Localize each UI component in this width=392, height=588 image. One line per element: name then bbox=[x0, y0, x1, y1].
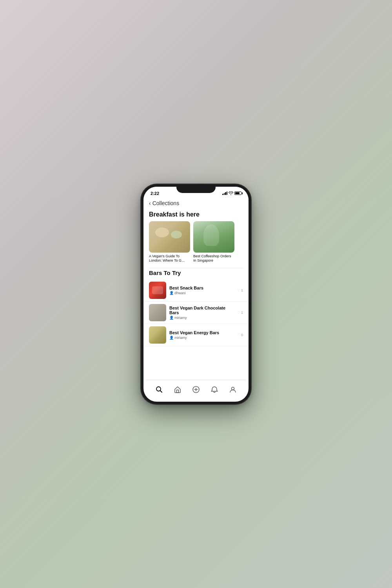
choc-bars-info: Best Vegan Dark Chocolate Bars 👤 miriamy bbox=[169, 306, 234, 320]
energy-bar-image bbox=[149, 326, 166, 344]
app-content[interactable]: ‹ Collections Breakfast is here A Vegan'… bbox=[143, 198, 249, 402]
tab-search[interactable] bbox=[152, 382, 166, 397]
svg-line-1 bbox=[160, 391, 162, 393]
food-bowls-image bbox=[149, 221, 190, 253]
nav-header[interactable]: ‹ Collections bbox=[143, 198, 249, 209]
phone-frame: 2:22 bbox=[141, 184, 251, 404]
snack-bars-title: Best Snack Bars bbox=[169, 286, 234, 290]
green-drink-image bbox=[193, 221, 234, 253]
cards-row[interactable]: A Vegan's Guide To London: Where To G...… bbox=[143, 221, 249, 268]
list-item-snack-bars[interactable]: Best Snack Bars 👤 dhwani ♡ 1 bbox=[143, 279, 249, 302]
home-tab-icon bbox=[174, 386, 181, 393]
search-tab-icon bbox=[156, 386, 163, 393]
card-coffeeshop-singapore[interactable]: Best Coffeeshop Orders In Singapore bbox=[193, 221, 234, 263]
choc-bars-author: 👤 miriamy bbox=[169, 316, 234, 320]
back-arrow-icon[interactable]: ‹ bbox=[149, 200, 151, 206]
wifi-icon bbox=[229, 191, 233, 195]
tab-notifications[interactable] bbox=[207, 382, 221, 397]
section2-title: Bars To Try bbox=[143, 268, 249, 279]
bell-tab-icon bbox=[211, 386, 218, 393]
energy-bars-info: Best Vegan Energy Bars 👤 miriamy bbox=[169, 330, 234, 340]
choc-bar-image bbox=[149, 304, 166, 321]
status-icons bbox=[222, 191, 241, 195]
card-vegan-london[interactable]: A Vegan's Guide To London: Where To G... bbox=[149, 221, 190, 263]
energy-bars-title: Best Vegan Energy Bars bbox=[169, 330, 234, 335]
snack-bars-info: Best Snack Bars 👤 dhwani bbox=[169, 286, 234, 295]
list-item-energy-bars[interactable]: Best Vegan Energy Bars 👤 miriamy ♡ 0 bbox=[143, 324, 249, 346]
card-vegan-london-image bbox=[149, 221, 190, 253]
snack-bars-thumb bbox=[149, 282, 166, 299]
energy-bars-author: 👤 miriamy bbox=[169, 336, 234, 340]
profile-tab-icon bbox=[229, 386, 236, 393]
heart-icon-3: ♡ bbox=[237, 333, 240, 337]
tab-home[interactable] bbox=[171, 382, 185, 397]
svg-point-6 bbox=[232, 387, 234, 390]
tab-add[interactable] bbox=[189, 382, 203, 397]
card-vegan-london-label: A Vegan's Guide To London: Where To G... bbox=[149, 254, 190, 263]
list-item-choc-bars[interactable]: Best Vegan Dark Chocolate Bars 👤 miriamy… bbox=[143, 302, 249, 324]
choc-bars-thumb bbox=[149, 304, 166, 321]
phone-screen: 2:22 bbox=[143, 187, 249, 402]
choc-bars-title: Best Vegan Dark Chocolate Bars bbox=[169, 306, 234, 315]
svg-rect-2 bbox=[176, 390, 178, 393]
battery-icon bbox=[234, 191, 241, 195]
card-coffeeshop-label: Best Coffeeshop Orders In Singapore bbox=[193, 254, 234, 263]
person-icon-1: 👤 bbox=[169, 291, 174, 295]
energy-bars-thumb bbox=[149, 326, 166, 344]
tab-profile[interactable] bbox=[226, 382, 240, 397]
scene: 2:22 bbox=[59, 78, 333, 510]
status-time: 2:22 bbox=[151, 191, 159, 196]
person-icon-2: 👤 bbox=[169, 316, 174, 320]
heart-icon-2: ♡ bbox=[237, 311, 240, 315]
card-coffeeshop-image bbox=[193, 221, 234, 253]
energy-bars-likes: ♡ 0 bbox=[237, 333, 243, 337]
choc-bars-likes: ♡ 1 bbox=[237, 311, 243, 315]
heart-icon-1: ♡ bbox=[237, 288, 240, 292]
nav-title: Collections bbox=[152, 200, 179, 206]
snack-bars-likes: ♡ 1 bbox=[237, 288, 243, 292]
section1-title: Breakfast is here bbox=[143, 209, 249, 221]
tab-bar bbox=[146, 380, 246, 399]
snack-bar-image bbox=[149, 282, 166, 299]
snack-bars-author: 👤 dhwani bbox=[169, 291, 234, 295]
phone-notch bbox=[176, 184, 216, 193]
signal-icon bbox=[222, 191, 227, 195]
add-tab-icon bbox=[192, 386, 200, 393]
person-icon-3: 👤 bbox=[169, 336, 174, 340]
